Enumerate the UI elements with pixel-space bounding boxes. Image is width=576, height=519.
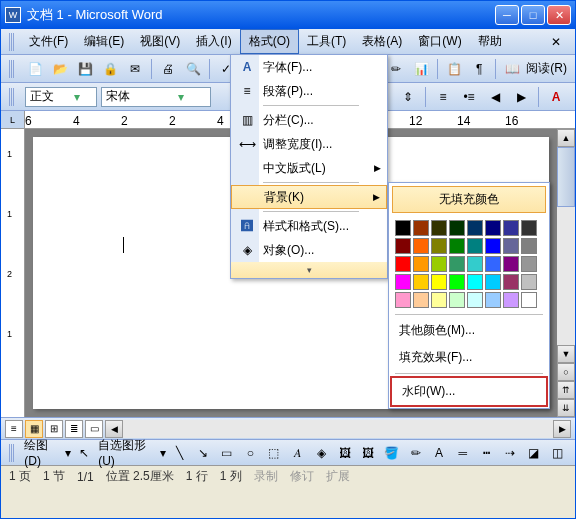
color-swatch[interactable]: [449, 292, 465, 308]
color-swatch[interactable]: [449, 238, 465, 254]
color-swatch[interactable]: [521, 238, 537, 254]
close-button[interactable]: ✕: [547, 5, 571, 25]
print-icon[interactable]: 🖨: [157, 58, 179, 80]
font-color-icon[interactable]: A: [545, 86, 567, 108]
diagram-icon[interactable]: ◈: [311, 442, 331, 464]
maximize-button[interactable]: □: [521, 5, 545, 25]
select-arrow-icon[interactable]: ↖: [75, 442, 95, 464]
menu-handle[interactable]: [9, 33, 15, 51]
wordart-icon[interactable]: 𝐴: [288, 442, 308, 464]
dd-background[interactable]: 背景(K) ▶: [231, 185, 387, 209]
color-swatch[interactable]: [485, 292, 501, 308]
color-swatch[interactable]: [503, 292, 519, 308]
color-swatch[interactable]: [521, 220, 537, 236]
shadow-icon[interactable]: ◪: [524, 442, 544, 464]
color-swatch[interactable]: [503, 238, 519, 254]
menu-insert[interactable]: 插入(I): [188, 30, 239, 53]
color-swatch[interactable]: [395, 292, 411, 308]
color-swatch[interactable]: [503, 220, 519, 236]
scroll-thumb[interactable]: [557, 147, 575, 207]
dd-columns[interactable]: ▥ 分栏(C)...: [231, 108, 387, 132]
bullets-icon[interactable]: •≡: [458, 86, 480, 108]
dd-font[interactable]: A 字体(F)...: [231, 55, 387, 79]
color-swatch[interactable]: [431, 220, 447, 236]
color-swatch[interactable]: [449, 274, 465, 290]
no-fill-button[interactable]: 无填充颜色: [392, 186, 546, 213]
hscroll-track[interactable]: [123, 420, 553, 438]
menu-file[interactable]: 文件(F): [21, 30, 76, 53]
browse-select-icon[interactable]: ○: [557, 363, 575, 381]
font-color-draw-icon[interactable]: A: [429, 442, 449, 464]
color-swatch[interactable]: [503, 256, 519, 272]
minimize-button[interactable]: ─: [495, 5, 519, 25]
mail-icon[interactable]: ✉: [124, 58, 146, 80]
menu-format[interactable]: 格式(O): [240, 29, 299, 54]
dd-asian-layout[interactable]: 中文版式(L) ▶: [231, 156, 387, 180]
indent-icon[interactable]: ▶: [510, 86, 532, 108]
autoshapes-dd-icon[interactable]: ▾: [160, 446, 166, 460]
menu-help[interactable]: 帮助: [470, 30, 510, 53]
drawing-icon[interactable]: ✏: [385, 58, 407, 80]
color-swatch[interactable]: [467, 256, 483, 272]
color-swatch[interactable]: [503, 274, 519, 290]
color-swatch[interactable]: [431, 274, 447, 290]
line-spacing-icon[interactable]: ⇕: [397, 86, 419, 108]
arrow-style-icon[interactable]: ⇢: [500, 442, 520, 464]
scroll-right-icon[interactable]: ▶: [553, 420, 571, 438]
3d-icon[interactable]: ◫: [547, 442, 567, 464]
dd-adjust-width[interactable]: ⟷ 调整宽度(I)...: [231, 132, 387, 156]
menu-view[interactable]: 视图(V): [132, 30, 188, 53]
new-icon[interactable]: 📄: [24, 58, 46, 80]
color-swatch[interactable]: [395, 274, 411, 290]
more-colors[interactable]: 其他颜色(M)...: [389, 317, 549, 344]
web-view-icon[interactable]: ⊞: [45, 420, 63, 438]
color-swatch[interactable]: [485, 238, 501, 254]
color-swatch[interactable]: [521, 274, 537, 290]
dd-expand[interactable]: ▾: [231, 262, 387, 278]
menu-edit[interactable]: 编辑(E): [76, 30, 132, 53]
color-swatch[interactable]: [413, 256, 429, 272]
rect-icon[interactable]: ▭: [217, 442, 237, 464]
fill-color-icon[interactable]: 🪣: [382, 442, 402, 464]
scroll-down-icon[interactable]: ▼: [557, 345, 575, 363]
vertical-ruler[interactable]: 1121: [1, 129, 25, 417]
color-swatch[interactable]: [485, 274, 501, 290]
preview-icon[interactable]: 🔍: [182, 58, 204, 80]
outdent-icon[interactable]: ◀: [484, 86, 506, 108]
draw-dd-icon[interactable]: ▾: [65, 446, 71, 460]
next-page-icon[interactable]: ⇊: [557, 399, 575, 417]
color-swatch[interactable]: [449, 220, 465, 236]
arrow-icon[interactable]: ↘: [193, 442, 213, 464]
dd-paragraph[interactable]: ≡ 段落(P)...: [231, 79, 387, 103]
line-color-icon[interactable]: ✏: [406, 442, 426, 464]
para-icon[interactable]: ¶: [468, 58, 490, 80]
color-swatch[interactable]: [449, 256, 465, 272]
color-swatch[interactable]: [431, 292, 447, 308]
color-swatch[interactable]: [467, 220, 483, 236]
color-swatch[interactable]: [431, 256, 447, 272]
autoshapes-menu[interactable]: 自选图形(U): [98, 437, 156, 468]
read-label[interactable]: 阅读(R): [526, 60, 567, 77]
numbering-icon[interactable]: ≡: [432, 86, 454, 108]
clipart-icon[interactable]: 🖼: [335, 442, 355, 464]
fill-effects[interactable]: 填充效果(F)...: [389, 344, 549, 371]
read-mode-icon[interactable]: 📖: [501, 58, 523, 80]
drawbar-handle[interactable]: [9, 444, 14, 462]
color-swatch[interactable]: [467, 292, 483, 308]
chart-icon[interactable]: 📊: [410, 58, 432, 80]
color-swatch[interactable]: [413, 292, 429, 308]
color-swatch[interactable]: [485, 256, 501, 272]
oval-icon[interactable]: ○: [241, 442, 261, 464]
color-swatch[interactable]: [485, 220, 501, 236]
normal-view-icon[interactable]: ≡: [5, 420, 23, 438]
dd-object[interactable]: ◈ 对象(O)...: [231, 238, 387, 262]
color-swatch[interactable]: [413, 274, 429, 290]
menu-table[interactable]: 表格(A): [354, 30, 410, 53]
color-swatch[interactable]: [413, 220, 429, 236]
draw-menu[interactable]: 绘图(D): [24, 437, 60, 468]
dash-style-icon[interactable]: ┅: [477, 442, 497, 464]
menu-doc-close[interactable]: ✕: [545, 33, 567, 51]
color-swatch[interactable]: [431, 238, 447, 254]
doc-map-icon[interactable]: 📋: [443, 58, 465, 80]
color-swatch[interactable]: [395, 238, 411, 254]
